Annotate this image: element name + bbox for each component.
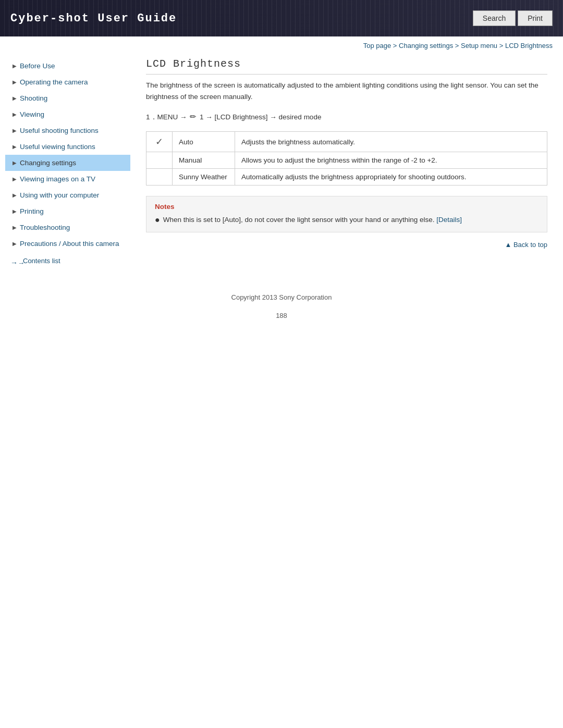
breadcrumb-setup-menu[interactable]: Setup menu bbox=[461, 42, 497, 50]
sidebar-item-viewing[interactable]: ▶ Viewing bbox=[5, 106, 130, 122]
notes-item: ● When this is set to [Auto], do not cov… bbox=[155, 215, 538, 226]
sidebar-item-troubleshooting[interactable]: ▶ Troubleshooting bbox=[5, 219, 130, 236]
instruction-text: 1．MENU → ✏ 1 → [LCD Brightness] → desire… bbox=[146, 110, 547, 123]
header-buttons: Search Print bbox=[473, 10, 553, 26]
print-button[interactable]: Print bbox=[518, 10, 553, 26]
notes-box: Notes ● When this is set to [Auto], do n… bbox=[146, 196, 547, 232]
checkmark-icon: ✓ bbox=[155, 137, 163, 147]
details-link[interactable]: [Details] bbox=[436, 216, 462, 224]
arrow-icon: ▶ bbox=[13, 128, 17, 133]
sidebar-item-label: Printing bbox=[20, 207, 44, 215]
sidebar-item-operating[interactable]: ▶ Operating the camera bbox=[5, 74, 130, 90]
sidebar-item-label: Viewing images on a TV bbox=[20, 175, 95, 183]
table-row-sunny: Sunny Weather Automatically adjusts the … bbox=[146, 169, 547, 186]
sidebar-item-label: Useful shooting functions bbox=[20, 127, 99, 134]
sidebar-item-label: Troubleshooting bbox=[20, 224, 70, 231]
arrow-icon: ▶ bbox=[13, 144, 17, 150]
table-row-manual: Manual Allows you to adjust the brightne… bbox=[146, 152, 547, 169]
sidebar-item-label: Useful viewing functions bbox=[20, 143, 95, 151]
contents-list-link[interactable]: → Contents list bbox=[5, 252, 130, 267]
brightness-table: ✓ Auto Adjusts the brightness automatica… bbox=[146, 131, 547, 186]
sidebar-item-changing-settings[interactable]: ▶ Changing settings bbox=[5, 155, 130, 171]
instruction-menu: 1．MENU → bbox=[146, 113, 187, 121]
table-cell-icon-auto: ✓ bbox=[146, 132, 173, 152]
table-cell-icon-manual bbox=[146, 152, 173, 169]
arrow-icon: ▶ bbox=[13, 225, 17, 230]
breadcrumb-top-page[interactable]: Top page bbox=[363, 42, 391, 50]
main-content: LCD Brightness The brightness of the scr… bbox=[130, 53, 558, 273]
search-button[interactable]: Search bbox=[473, 10, 516, 26]
sidebar-item-printing[interactable]: ▶ Printing bbox=[5, 203, 130, 219]
description-text: The brightness of the screen is automati… bbox=[146, 80, 547, 102]
notes-title: Notes bbox=[155, 203, 538, 211]
sidebar-item-useful-viewing[interactable]: ▶ Useful viewing functions bbox=[5, 139, 130, 155]
table-cell-mode-sunny: Sunny Weather bbox=[173, 169, 235, 186]
sidebar-item-label: Before Use bbox=[20, 62, 55, 70]
sidebar-item-label: Using with your computer bbox=[20, 191, 99, 199]
arrow-icon: ▶ bbox=[13, 241, 17, 246]
notes-bullet: ● bbox=[155, 215, 160, 226]
sidebar: ▶ Before Use ▶ Operating the camera ▶ Sh… bbox=[5, 53, 130, 273]
sidebar-item-label: Precautions / About this camera bbox=[20, 240, 119, 248]
arrow-icon: ▶ bbox=[13, 63, 17, 69]
breadcrumb-current: LCD Brightness bbox=[505, 42, 553, 50]
sidebar-item-useful-shooting[interactable]: ▶ Useful shooting functions bbox=[5, 122, 130, 139]
header: Cyber-shot User Guide Search Print bbox=[0, 0, 563, 36]
arrow-icon: ▶ bbox=[13, 112, 17, 117]
page-title: LCD Brightness bbox=[146, 58, 547, 75]
sidebar-item-label: Viewing bbox=[20, 110, 44, 118]
contents-list-label: Contents list bbox=[23, 257, 60, 265]
arrow-icon: ▶ bbox=[13, 79, 17, 85]
footer: Copyright 2013 Sony Corporation 188 bbox=[0, 283, 563, 325]
arrow-icon: ▶ bbox=[13, 192, 17, 198]
sidebar-item-precautions[interactable]: ▶ Precautions / About this camera bbox=[5, 236, 130, 252]
app-title: Cyber-shot User Guide bbox=[10, 12, 177, 25]
breadcrumb-separator-1: > bbox=[393, 42, 399, 50]
table-cell-mode-manual: Manual bbox=[173, 152, 235, 169]
arrow-icon: ▶ bbox=[13, 208, 17, 214]
breadcrumb: Top page > Changing settings > Setup men… bbox=[0, 36, 563, 53]
sidebar-item-label: Shooting bbox=[20, 94, 47, 102]
arrow-icon: ▶ bbox=[13, 95, 17, 101]
arrow-right-icon: → bbox=[10, 258, 21, 264]
instruction-rest: 1 → [LCD Brightness] → desired mode bbox=[200, 113, 321, 121]
main-layout: ▶ Before Use ▶ Operating the camera ▶ Sh… bbox=[0, 53, 563, 283]
table-cell-mode-auto: Auto bbox=[173, 132, 235, 152]
breadcrumb-separator-2: > bbox=[455, 42, 461, 50]
table-cell-desc-manual: Allows you to adjust the brightness with… bbox=[235, 152, 547, 169]
breadcrumb-changing-settings[interactable]: Changing settings bbox=[399, 42, 453, 50]
arrow-icon: ▶ bbox=[13, 176, 17, 182]
sidebar-item-computer[interactable]: ▶ Using with your computer bbox=[5, 187, 130, 203]
table-cell-desc-auto: Adjusts the brightness automatically. bbox=[235, 132, 547, 152]
sidebar-item-label: Changing settings bbox=[20, 159, 76, 167]
sidebar-item-before-use[interactable]: ▶ Before Use bbox=[5, 58, 130, 74]
sidebar-item-shooting[interactable]: ▶ Shooting bbox=[5, 90, 130, 106]
table-row-auto: ✓ Auto Adjusts the brightness automatica… bbox=[146, 132, 547, 152]
sidebar-item-viewing-tv[interactable]: ▶ Viewing images on a TV bbox=[5, 171, 130, 187]
instruction-icon: ✏ bbox=[190, 112, 197, 121]
notes-text: When this is set to [Auto], do not cover… bbox=[163, 215, 462, 225]
copyright: Copyright 2013 Sony Corporation bbox=[0, 283, 563, 306]
back-to-top[interactable]: ▲ Back to top bbox=[146, 241, 547, 249]
table-cell-icon-sunny bbox=[146, 169, 173, 186]
breadcrumb-separator-3: > bbox=[499, 42, 505, 50]
arrow-icon: ▶ bbox=[13, 160, 17, 166]
page-number: 188 bbox=[0, 306, 563, 325]
table-cell-desc-sunny: Automatically adjusts the brightness app… bbox=[235, 169, 547, 186]
sidebar-item-label: Operating the camera bbox=[20, 78, 88, 86]
